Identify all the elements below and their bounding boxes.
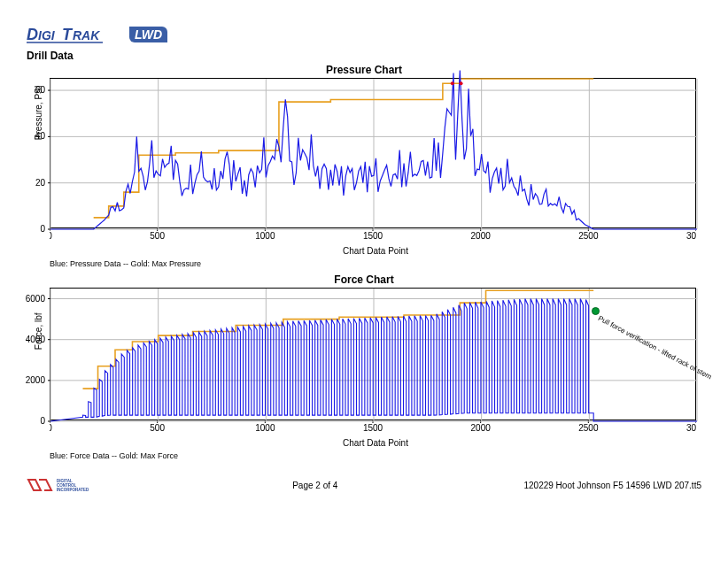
svg-text:40: 40 (35, 131, 46, 141)
footer-page: Page 2 of 4 (292, 481, 337, 490)
svg-text:1500: 1500 (363, 231, 383, 241)
force-chart: Force, lbf 0200040006000 050010001500200… (50, 288, 701, 448)
svg-text:0: 0 (40, 416, 45, 426)
svg-text:60: 60 (35, 85, 46, 95)
pressure-plot: 0204060 (50, 79, 697, 229)
page-subtitle: Drill Data (27, 50, 701, 62)
pressure-chart-title: Pressure Chart (27, 64, 701, 76)
footer: DIGITAL CONTROL INCORPORATED Page 2 of 4… (27, 476, 701, 494)
svg-text:4000: 4000 (26, 335, 46, 344)
svg-text:2500: 2500 (578, 423, 599, 433)
svg-text:500: 500 (150, 423, 165, 433)
svg-text:INCORPORATED: INCORPORATED (57, 488, 89, 492)
pressure-chart: Pressure, PSI 0204060 050010001500200025… (50, 78, 701, 256)
force-xticks: 050010001500200025003000 (50, 420, 696, 435)
svg-text:2000: 2000 (471, 231, 492, 241)
svg-text:3000: 3000 (686, 423, 696, 433)
svg-text:1000: 1000 (255, 423, 275, 433)
brand-suffix: LWD (129, 27, 167, 42)
svg-text:20: 20 (35, 178, 46, 188)
brand-logo: D IGI T RAK LWD (27, 25, 701, 44)
svg-text:0: 0 (50, 231, 52, 241)
svg-point-25 (460, 81, 463, 85)
svg-text:3000: 3000 (686, 231, 696, 241)
force-plot: 0200040006000 (50, 289, 697, 421)
pressure-xticks: 050010001500200025003000 (50, 228, 696, 243)
force-chart-title: Force Chart (27, 273, 701, 286)
svg-text:IGI: IGI (38, 28, 56, 42)
svg-point-24 (451, 81, 454, 85)
pressure-xlabel: Chart Data Point (50, 246, 701, 256)
svg-text:1000: 1000 (255, 231, 275, 241)
annotation-marker (592, 307, 600, 315)
svg-text:0: 0 (40, 224, 45, 234)
force-xlabel: Chart Data Point (50, 438, 701, 448)
svg-text:1500: 1500 (363, 423, 383, 433)
svg-text:6000: 6000 (26, 294, 46, 304)
svg-text:D: D (27, 26, 38, 43)
svg-text:500: 500 (150, 231, 165, 241)
footer-file: 120229 Hoot Johnson F5 14596 LWD 207.tt5 (523, 481, 701, 490)
svg-text:2000: 2000 (471, 423, 492, 433)
svg-text:2000: 2000 (26, 375, 46, 385)
pressure-legend: Blue: Pressure Data -- Gold: Max Pressur… (50, 259, 701, 268)
svg-text:2500: 2500 (578, 231, 599, 241)
svg-text:0: 0 (50, 423, 52, 433)
force-legend: Blue: Force Data -- Gold: Max Force (50, 451, 701, 460)
svg-text:RAK: RAK (73, 28, 100, 42)
footer-logo: DIGITAL CONTROL INCORPORATED (27, 476, 106, 494)
